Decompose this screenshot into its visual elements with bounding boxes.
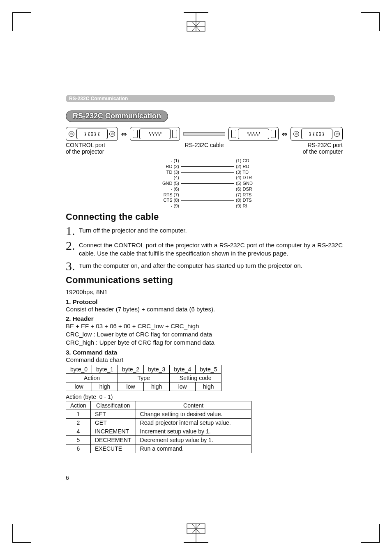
table-cell: high [196, 382, 221, 391]
table-cell: byte_3 [144, 365, 170, 373]
pinout-wire [181, 166, 234, 167]
step-number: 2. [66, 240, 76, 252]
step-text: Turn the computer on, and after the comp… [79, 262, 302, 270]
connector-projector-port: ◎ ◎ [66, 127, 118, 141]
table-cell: Read projector internal setup value. [136, 418, 251, 427]
pinout-right-label: (6) DSR [235, 187, 265, 192]
text-header-l3: CRC_high : Upper byte of CRC flag for co… [66, 339, 343, 347]
table-cell: Run a command. [136, 444, 251, 453]
table-cell: 5 [66, 435, 91, 444]
table-row: 2GETRead projector internal setup value. [66, 418, 251, 427]
pinout-no-wire [181, 178, 234, 178]
connector-diagram: ◎ ◎ ⇔ [66, 127, 343, 141]
step-text: Connect the CONTROL port of the projecto… [79, 241, 343, 258]
pinout-diagram: - (1)(1) CDRD (2)(2) RDTD (3)(3) TD- (4)… [156, 158, 343, 209]
table-row: 4INCREMENTIncrement setup value by 1. [66, 427, 251, 435]
table-header-cell: Classification [90, 401, 136, 410]
double-arrow-icon: ⇔ [282, 130, 287, 138]
registration-mark-top [184, 12, 208, 33]
pinout-row: - (1)(1) CD [156, 158, 343, 164]
table-cell: byte_5 [196, 365, 221, 373]
registration-mark-bottom [184, 522, 208, 543]
pinout-left-label: RD (2) [156, 164, 180, 170]
crop-mark-top-left [12, 12, 31, 31]
pinout-row: - (4)(4) DTR [156, 175, 343, 181]
table-cell: Setting code [170, 373, 221, 382]
pinout-wire [181, 183, 234, 184]
table-row: 1SETChange setting to desired value. [66, 410, 251, 418]
step-item: 1.Turn off the projector and the compute… [66, 225, 343, 237]
caption-command-data-chart: Command data chart [66, 356, 343, 364]
content-area: RS-232C Communication RS-232C Communicat… [66, 94, 343, 453]
connector-cable-right [228, 127, 279, 141]
pinout-left-label: TD (3) [156, 170, 180, 175]
table-cell: EXECUTE [90, 444, 136, 453]
table-cell: 2 [66, 418, 91, 427]
pinout-right-label: (2) RD [235, 164, 265, 170]
pinout-left-label: RTS (7) [156, 192, 180, 198]
pinout-right-label: (8) DTS [235, 198, 265, 203]
table-cell: SET [90, 410, 136, 418]
table-cell: 6 [66, 444, 91, 453]
screw-icon: ◎ [334, 131, 340, 137]
db9-female-icon [301, 129, 332, 139]
text-header-l2: CRC_low : Lower byte of CRC flag for com… [66, 330, 343, 339]
screw-icon: ◎ [109, 131, 115, 137]
pinout-row: GND (5)(5) GND [156, 181, 343, 187]
table-header-cell: Action [66, 401, 91, 410]
text-protocol: Consist of header (7 bytes) + command da… [66, 305, 343, 313]
pinout-row: RTS (7)(7) RTS [156, 192, 343, 198]
section-pill-title: RS-232C Communication [66, 111, 168, 122]
label-projector-port-l1: CONTROL port [66, 142, 131, 148]
pinout-right-label: (4) DTR [235, 175, 265, 181]
table-row: 6EXECUTERun a command. [66, 444, 251, 453]
pinout-no-wire [181, 206, 234, 206]
heading-connecting-cable: Connecting the cable [66, 212, 343, 222]
table-command-data-chart: byte_0byte_1byte_2byte_3byte_4byte_5Acti… [66, 365, 221, 391]
pinout-left-label: - (1) [156, 158, 180, 164]
pinout-wire [181, 172, 234, 173]
crop-mark-bottom-right [361, 524, 380, 543]
pinout-right-label: (1) CD [235, 158, 265, 164]
pinout-left-label: - (6) [156, 187, 180, 192]
pinout-left-label: - (9) [156, 203, 180, 209]
label-projector-port-l2: of the projector [66, 148, 131, 155]
table-cell: high [144, 382, 170, 391]
pinout-row: - (6)(6) DSR [156, 187, 343, 192]
table-cell: INCREMENT [90, 427, 136, 435]
pinout-right-label: (5) GND [235, 181, 265, 187]
connector-labels: CONTROL port of the projector RS-232C ca… [66, 142, 343, 155]
label-cable: RS-232C cable [131, 142, 277, 155]
pinout-wire [181, 195, 234, 195]
double-arrow-icon: ⇔ [121, 130, 127, 138]
pinout-row: TD (3)(3) TD [156, 170, 343, 175]
plug-icon [271, 130, 276, 138]
db9-female-icon [76, 129, 108, 139]
subhead-header: 2. Header [66, 315, 343, 322]
pinout-no-wire [181, 189, 234, 189]
table-cell: GET [90, 418, 136, 427]
table-cell: Action [66, 373, 118, 382]
step-number: 1. [66, 225, 76, 237]
step-item: 3.Turn the computer on, and after the co… [66, 260, 343, 272]
table-cell: high [92, 382, 118, 391]
table-cell: Increment setup value by 1. [136, 427, 251, 435]
steps-connecting: 1.Turn off the projector and the compute… [66, 225, 343, 273]
pinout-left-label: CTS (8) [156, 198, 180, 203]
table-cell: byte_0 [66, 365, 92, 373]
heading-comm-setting: Communications setting [66, 275, 343, 286]
connector-cable-left [130, 127, 180, 141]
pinout-left-label: GND (5) [156, 181, 180, 187]
text-header-l1: BE + EF + 03 + 06 + 00 + CRC_low + CRC_h… [66, 322, 343, 330]
page: RS-232C Communication RS-232C Communicat… [0, 0, 392, 555]
comm-baud: 19200bps, 8N1 [66, 288, 343, 296]
label-computer-port-l2: of the computer [277, 148, 343, 155]
plug-icon [231, 130, 236, 138]
table-cell: Type [118, 373, 170, 382]
table-row: 5DECREMENTDecrement setup value by 1. [66, 435, 251, 444]
pinout-row: CTS (8)(8) DTS [156, 198, 343, 203]
pinout-row: - (9)(9) RI [156, 203, 343, 209]
table-header-cell: Content [136, 401, 251, 410]
db9-male-icon [238, 129, 269, 139]
table-cell: byte_1 [92, 365, 118, 373]
